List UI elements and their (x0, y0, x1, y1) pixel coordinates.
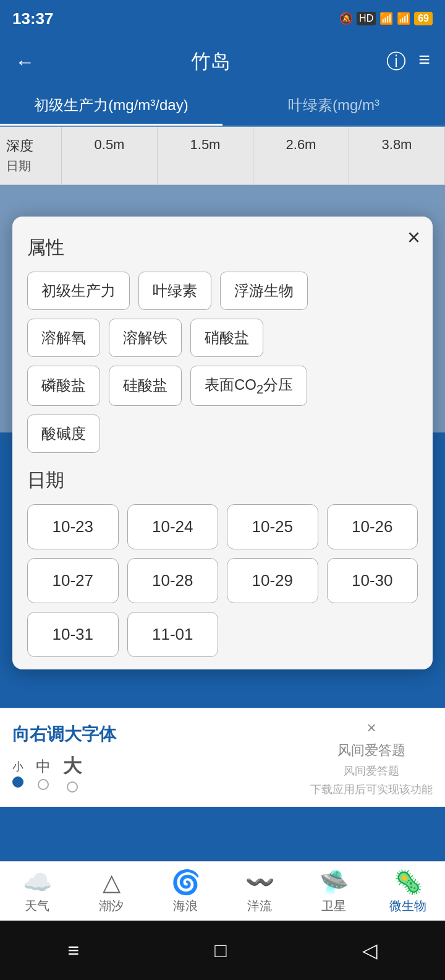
tag-co2-pressure[interactable]: 表面CO2分压 (190, 366, 307, 406)
tag-dissolved-iron[interactable]: 溶解铁 (109, 319, 182, 357)
font-size-row: 小 中 大 (12, 754, 116, 793)
wave-icon: 🌀 (171, 870, 200, 894)
sys-back-button[interactable]: ◁ (362, 939, 378, 962)
date-btn-1027[interactable]: 10-27 (27, 558, 119, 603)
status-icons: 🔕 HD 📶 📶 69 (339, 12, 433, 25)
nav-satellite[interactable]: 🛸 卫星 (297, 862, 371, 921)
table-header: 深度 日期 0.5m 1.5m 2.6m 3.8m (0, 127, 445, 185)
font-size-large[interactable]: 大 (63, 754, 82, 793)
col-header-05m: 0.5m (62, 127, 158, 184)
font-small-radio[interactable] (12, 776, 23, 788)
font-small-label: 小 (12, 759, 23, 774)
tag-phytoplankton[interactable]: 浮游生物 (220, 272, 308, 310)
app-header: ← 竹岛 ⓘ ≡ (0, 37, 445, 87)
font-size-small[interactable]: 小 (12, 759, 23, 788)
tab-primary-productivity[interactable]: 初级生产力(mg/m³/day) (0, 87, 222, 126)
tab-chlorophyll[interactable]: 叶绿素(mg/m³ (222, 87, 445, 126)
date-btn-1029[interactable]: 10-29 (227, 558, 318, 603)
banner-left: 向右调大字体 小 中 大 (12, 723, 116, 793)
microbe-label: 微生物 (389, 898, 426, 914)
date-grid-row3: 10-31 11-01 (27, 612, 418, 657)
weather-label: 天气 (25, 898, 49, 914)
date-btn-1025[interactable]: 10-25 (227, 504, 318, 549)
attribute-section-title: 属性 (27, 235, 418, 260)
date-section: 日期 10-23 10-24 10-25 10-26 10-27 10-28 1… (27, 468, 418, 657)
signal-icon: 📶 (397, 12, 410, 25)
system-nav: ≡ □ ◁ (0, 921, 445, 980)
menu-button[interactable]: ≡ (418, 48, 430, 75)
hd-icon: HD (357, 12, 376, 25)
attribute-tags-row1: 初级生产力 叶绿素 浮游生物 (27, 272, 418, 310)
date-grid-row1: 10-23 10-24 10-25 10-26 (27, 504, 418, 549)
tag-nitrate[interactable]: 硝酸盐 (190, 319, 263, 357)
tide-icon: △ (103, 870, 121, 894)
back-button[interactable]: ← (15, 51, 35, 74)
tag-chlorophyll[interactable]: 叶绿素 (138, 272, 211, 310)
date-btn-1031[interactable]: 10-31 (27, 612, 119, 657)
banner-close-button[interactable]: × (367, 718, 376, 737)
tag-ph[interactable]: 酸碱度 (27, 415, 100, 453)
filter-modal: × 属性 初级生产力 叶绿素 浮游生物 溶解氧 溶解铁 硝酸盐 磷酸盐 硅酸盐 … (12, 217, 433, 669)
col-header-26m: 2.6m (253, 127, 349, 184)
battery-indicator: 69 (414, 12, 433, 25)
attribute-tags-row4: 酸碱度 (27, 415, 418, 453)
header-actions: ⓘ ≡ (386, 48, 430, 75)
font-large-radio[interactable] (67, 781, 78, 793)
date-btn-1028[interactable]: 10-28 (127, 558, 219, 603)
mute-icon: 🔕 (339, 12, 353, 25)
date-btn-1023[interactable]: 10-23 (27, 504, 119, 549)
font-mid-label: 中 (36, 757, 51, 776)
current-icon: 〰️ (245, 870, 274, 894)
status-bar: 13:37 🔕 HD 📶 📶 69 (0, 0, 445, 37)
nav-microbe[interactable]: 🦠 微生物 (371, 862, 445, 921)
font-mid-radio[interactable] (38, 779, 49, 790)
font-size-mid[interactable]: 中 (36, 757, 51, 790)
date-btn-1024[interactable]: 10-24 (127, 504, 219, 549)
tag-dissolved-oxygen[interactable]: 溶解氧 (27, 319, 100, 357)
nav-weather[interactable]: ☁️ 天气 (0, 862, 74, 921)
banner-download-hint: 下载应用后可实现该功能 (310, 782, 433, 797)
wifi-icon: 📶 (379, 12, 393, 25)
date-grid-row2: 10-27 10-28 10-29 10-30 (27, 558, 418, 603)
date-btn-1101[interactable]: 11-01 (127, 612, 219, 657)
weather-icon: ☁️ (23, 870, 52, 894)
bottom-nav: ☁️ 天气 △ 潮汐 🌀 海浪 〰️ 洋流 🛸 卫星 🦠 微生物 (0, 861, 445, 921)
info-button[interactable]: ⓘ (386, 48, 406, 75)
tag-silicate[interactable]: 硅酸盐 (109, 366, 182, 406)
tag-primary-productivity[interactable]: 初级生产力 (27, 272, 130, 310)
date-btn-1026[interactable]: 10-26 (327, 504, 418, 549)
col-header-38m: 3.8m (349, 127, 445, 184)
satellite-icon: 🛸 (320, 870, 349, 894)
attribute-tags-row2: 溶解氧 溶解铁 硝酸盐 (27, 319, 418, 357)
banner-right-subtitle: 风间爱答题 (344, 763, 399, 778)
status-time: 13:37 (12, 9, 54, 28)
font-large-label: 大 (63, 754, 82, 779)
date-btn-1030[interactable]: 10-30 (327, 558, 418, 603)
nav-current[interactable]: 〰️ 洋流 (222, 862, 297, 921)
banner-title: 向右调大字体 (12, 723, 116, 746)
satellite-label: 卫星 (321, 898, 346, 914)
col-header-15m: 1.5m (158, 127, 253, 184)
depth-header: 深度 日期 (0, 127, 62, 184)
current-label: 洋流 (247, 898, 272, 914)
page-title: 竹岛 (191, 48, 231, 75)
sys-home-button[interactable]: □ (214, 939, 226, 962)
nav-tide[interactable]: △ 潮汐 (74, 862, 148, 921)
banner-right: × 风间爱答题 风间爱答题 下载应用后可实现该功能 (310, 718, 433, 797)
wave-label: 海浪 (173, 898, 198, 914)
tab-bar: 初级生产力(mg/m³/day) 叶绿素(mg/m³ (0, 87, 445, 127)
microbe-icon: 🦠 (394, 870, 423, 894)
tide-label: 潮汐 (99, 898, 124, 914)
banner-right-title: 风间爱答题 (337, 741, 405, 760)
sys-menu-button[interactable]: ≡ (68, 939, 80, 962)
bottom-banner: 向右调大字体 小 中 大 × 风间爱答题 风间爱答题 下载应用后可实现该功能 (0, 708, 445, 807)
modal-close-button[interactable]: × (407, 226, 420, 249)
nav-wave[interactable]: 🌀 海浪 (148, 862, 222, 921)
attribute-tags-row3: 磷酸盐 硅酸盐 表面CO2分压 (27, 366, 418, 406)
tag-phosphate[interactable]: 磷酸盐 (27, 366, 100, 406)
date-section-title: 日期 (27, 468, 418, 493)
